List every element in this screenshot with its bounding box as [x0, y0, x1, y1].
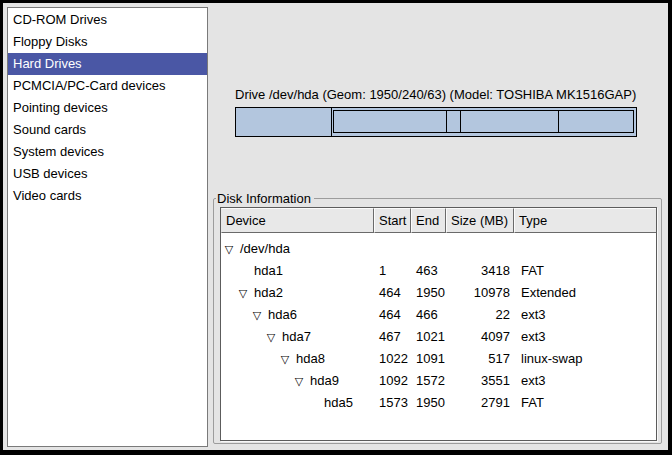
extended-partition-box [333, 110, 634, 133]
type-cell: ext3 [514, 370, 656, 392]
logical-partition-divider [460, 111, 461, 132]
end-cell: 1021 [411, 326, 446, 348]
sidebar-item-pcmcia-pc-card-devices[interactable]: PCMCIA/PC-Card devices [8, 75, 207, 97]
table-row-hda1[interactable]: hda114633418FAT [221, 260, 656, 282]
device-cell: ▽/dev/hda [221, 238, 374, 260]
disk-information-legend: Disk Information [216, 191, 314, 206]
end-cell: 1091 [411, 348, 446, 370]
column-header-start[interactable]: Start [374, 208, 411, 233]
device-name: hda9 [310, 373, 339, 388]
primary-partition-divider [331, 108, 332, 136]
size-cell: 4097 [446, 326, 514, 348]
partition-bar [235, 107, 637, 137]
table-row--dev-hda[interactable]: ▽/dev/hda [221, 238, 656, 260]
start-cell: 464 [374, 282, 411, 304]
expander-icon[interactable]: ▽ [279, 348, 291, 370]
start-cell: 1 [374, 260, 411, 282]
device-name: hda7 [282, 329, 311, 344]
table-row-hda6[interactable]: ▽hda646446622ext3 [221, 304, 656, 326]
disk-information-frame: Disk Information DeviceStartEndSize (MB)… [213, 198, 662, 444]
expander-icon[interactable]: ▽ [265, 326, 277, 348]
start-cell: 1573 [374, 392, 411, 414]
device-name: hda5 [324, 395, 353, 410]
expander-icon[interactable]: ▽ [223, 238, 235, 260]
type-cell: ext3 [514, 326, 656, 348]
device-name: hda1 [254, 263, 283, 278]
logical-partition-divider [558, 111, 559, 132]
sidebar-item-sound-cards[interactable]: Sound cards [8, 119, 207, 141]
device-cell: ▽hda9 [221, 370, 374, 392]
sidebar-item-floppy-disks[interactable]: Floppy Disks [8, 31, 207, 53]
size-cell: 22 [446, 304, 514, 326]
device-name: /dev/hda [240, 241, 290, 256]
device-cell: ▽hda2 [221, 282, 374, 304]
end-cell: 1950 [411, 282, 446, 304]
end-cell: 1572 [411, 370, 446, 392]
sidebar-item-system-devices[interactable]: System devices [8, 141, 207, 163]
column-header-end[interactable]: End [411, 208, 446, 233]
table-body: ▽/dev/hdahda114633418FAT▽hda246419501097… [221, 233, 656, 414]
start-cell: 464 [374, 304, 411, 326]
logical-partition-divider [446, 111, 447, 132]
table-row-hda8[interactable]: ▽hda810221091517linux-swap [221, 348, 656, 370]
device-cell: ▽hda7 [221, 326, 374, 348]
type-cell [514, 238, 656, 260]
size-cell: 3551 [446, 370, 514, 392]
table-row-hda7[interactable]: ▽hda746710214097ext3 [221, 326, 656, 348]
size-cell: 2791 [446, 392, 514, 414]
size-cell: 3418 [446, 260, 514, 282]
device-category-list: CD-ROM DrivesFloppy DisksHard DrivesPCMC… [7, 7, 208, 447]
sidebar-item-video-cards[interactable]: Video cards [8, 185, 207, 207]
type-cell: Extended [514, 282, 656, 304]
type-cell: FAT [514, 260, 656, 282]
type-cell: FAT [514, 392, 656, 414]
start-cell: 467 [374, 326, 411, 348]
start-cell: 1092 [374, 370, 411, 392]
device-cell: hda1 [221, 260, 374, 282]
end-cell: 463 [411, 260, 446, 282]
device-name: hda6 [268, 307, 297, 322]
column-header-device[interactable]: Device [221, 208, 374, 233]
size-cell: 517 [446, 348, 514, 370]
column-header-size-mb-[interactable]: Size (MB) [446, 208, 514, 233]
start-cell [374, 238, 411, 260]
sidebar-item-usb-devices[interactable]: USB devices [8, 163, 207, 185]
disk-information-table: DeviceStartEndSize (MB)Type ▽/dev/hdahda… [220, 207, 657, 441]
sidebar-item-hard-drives[interactable]: Hard Drives [8, 53, 207, 75]
start-cell: 1022 [374, 348, 411, 370]
hardware-browser-window: CD-ROM DrivesFloppy DisksHard DrivesPCMC… [0, 0, 672, 455]
table-row-hda2[interactable]: ▽hda2464195010978Extended [221, 282, 656, 304]
sidebar-item-cd-rom-drives[interactable]: CD-ROM Drives [8, 9, 207, 31]
size-cell: 10978 [446, 282, 514, 304]
device-cell: ▽hda8 [221, 348, 374, 370]
type-cell: linux-swap [514, 348, 656, 370]
end-cell: 1950 [411, 392, 446, 414]
device-name: hda2 [254, 285, 283, 300]
table-row-hda5[interactable]: hda5157319502791FAT [221, 392, 656, 414]
device-name: hda8 [296, 351, 325, 366]
device-cell: hda5 [221, 392, 374, 414]
table-row-hda9[interactable]: ▽hda9109215723551ext3 [221, 370, 656, 392]
size-cell [446, 238, 514, 260]
column-header-type[interactable]: Type [514, 208, 656, 233]
expander-icon[interactable]: ▽ [237, 282, 249, 304]
device-cell: ▽hda6 [221, 304, 374, 326]
type-cell: ext3 [514, 304, 656, 326]
drive-title: Drive /dev/hda (Geom: 1950/240/63) (Mode… [235, 87, 636, 102]
end-cell [411, 238, 446, 260]
expander-icon[interactable]: ▽ [293, 370, 305, 392]
sidebar-item-pointing-devices[interactable]: Pointing devices [8, 97, 207, 119]
end-cell: 466 [411, 304, 446, 326]
expander-icon[interactable]: ▽ [251, 304, 263, 326]
table-header-row: DeviceStartEndSize (MB)Type [221, 208, 656, 233]
